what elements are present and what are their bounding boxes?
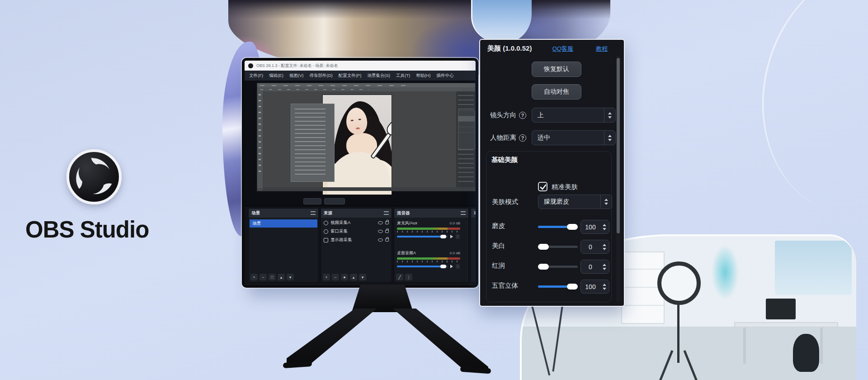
editor-statusbar	[263, 187, 476, 191]
dock-menu-icon[interactable]	[311, 211, 316, 215]
stepper-arrows-icon[interactable]	[600, 240, 609, 253]
menu-help[interactable]: 帮助(H)	[416, 73, 430, 79]
menu-docks[interactable]: 停靠部件(D)	[309, 73, 332, 79]
scenes-dock-title: 场景	[251, 210, 260, 216]
obs-titlebar: OBS 29.1.3 - 配置文件: 未命名 - 场景: 未命名	[245, 61, 476, 71]
slider-handle[interactable]	[567, 224, 578, 230]
ring-light-leg	[684, 350, 699, 380]
facial-3d-slider[interactable]	[538, 284, 578, 290]
stepper-arrows-icon[interactable]	[600, 280, 609, 293]
whitening-value-stepper[interactable]: 0	[580, 240, 609, 254]
camera-direction-select[interactable]: 上	[532, 108, 616, 123]
panel-scrollbar-thumb[interactable]	[617, 58, 620, 233]
scene-filters-button[interactable]: □	[269, 274, 276, 280]
preview-toggle-chip[interactable]	[324, 198, 345, 204]
source-item[interactable]: 显示器采集	[321, 236, 392, 244]
lock-icon[interactable]	[385, 238, 389, 242]
sources-dock: 来源 视频采集A 窗口采集	[321, 208, 392, 283]
lock-icon[interactable]	[385, 221, 389, 224]
slider-handle[interactable]	[538, 244, 549, 250]
add-scene-button[interactable]: +	[250, 274, 258, 280]
rosy-value-stepper[interactable]: 0	[580, 260, 609, 274]
dock-menu-icon[interactable]	[461, 211, 466, 215]
display-capture-icon	[324, 238, 328, 242]
menu-edit[interactable]: 编辑(E)	[269, 73, 283, 79]
rosy-slider[interactable]	[538, 264, 578, 270]
speaker-icon[interactable]	[450, 265, 455, 268]
qq-support-link[interactable]: QQ客服	[552, 45, 573, 53]
menu-profile[interactable]: 配置文件(P)	[339, 73, 362, 79]
source-properties-button[interactable]: ●	[341, 274, 348, 280]
obs-window: OBS 29.1.3 - 配置文件: 未命名 - 场景: 未命名 文件(F) 编…	[245, 61, 476, 285]
source-item[interactable]: 窗口采集	[321, 227, 392, 236]
help-icon[interactable]: ?	[519, 134, 526, 142]
precise-skin-checkbox[interactable]	[538, 182, 547, 191]
mixer-more-button[interactable]: ⋮	[405, 274, 412, 280]
spinner-arrows-icon[interactable]	[604, 108, 615, 122]
promo-canvas: OBS Studio OBS 29.1.3 - 配置文件: 未命名 - 场景: …	[0, 0, 868, 380]
tutorial-link[interactable]: 教程	[596, 45, 608, 53]
photo-editor-capture	[257, 83, 476, 191]
paintbrush-handle	[370, 133, 392, 159]
menu-file[interactable]: 文件(F)	[249, 73, 263, 79]
spinner-arrows-icon[interactable]	[600, 195, 612, 209]
menu-view[interactable]: 视图(V)	[289, 73, 304, 79]
remove-source-button[interactable]: −	[332, 274, 339, 280]
volume-meter	[397, 257, 460, 260]
editor-options-bar	[257, 87, 475, 91]
skin-mode-select[interactable]: 朦胧磨皮	[538, 195, 612, 209]
smoothing-slider[interactable]	[538, 224, 578, 230]
visibility-eye-icon[interactable]	[378, 238, 383, 242]
source-down-button[interactable]: ▾	[359, 274, 366, 280]
menu-tools[interactable]: 工具(T)	[396, 73, 410, 79]
slider-handle[interactable]	[538, 264, 549, 270]
add-source-button[interactable]: +	[323, 274, 330, 280]
studio-desk-leg	[743, 328, 746, 364]
person-distance-select[interactable]: 适中	[532, 130, 616, 145]
mixer-edit-button[interactable]: ╱	[396, 274, 403, 280]
ring-light-stand	[677, 304, 679, 363]
panel-scrollbar[interactable]	[616, 55, 620, 302]
menu-plugin-center[interactable]: 插件中心	[436, 73, 453, 79]
volume-slider-handle[interactable]	[440, 265, 446, 268]
scene-down-button[interactable]: ▾	[287, 274, 294, 280]
spinner-arrows-icon[interactable]	[604, 131, 615, 145]
skin-mode-label: 美肤模式	[492, 198, 518, 206]
channel-options-button[interactable]: ⋮	[456, 234, 460, 239]
speaker-icon[interactable]	[450, 235, 455, 238]
lock-icon[interactable]	[385, 230, 389, 233]
portrait-eye	[359, 119, 361, 120]
source-item[interactable]: 视频采集A	[321, 218, 392, 227]
whitening-value: 0	[581, 243, 600, 251]
volume-slider-handle[interactable]	[440, 235, 446, 238]
channel-options-button[interactable]: ⋮	[456, 264, 460, 269]
dock-menu-icon[interactable]	[384, 211, 389, 215]
whitening-slider[interactable]	[538, 244, 578, 250]
remove-scene-button[interactable]: −	[259, 274, 267, 280]
smoothing-value-stepper[interactable]: 100	[580, 220, 609, 234]
smoothing-label: 磨皮	[492, 222, 505, 230]
camera-direction-value: 上	[532, 111, 604, 119]
monitor-stand	[280, 285, 493, 371]
skin-mode-row-label: 美肤模式	[492, 198, 518, 206]
visibility-eye-icon[interactable]	[378, 230, 383, 233]
visibility-eye-icon[interactable]	[378, 221, 383, 224]
scene-up-button[interactable]: ▴	[278, 274, 285, 280]
source-up-button[interactable]: ▴	[350, 274, 357, 280]
slider-handle[interactable]	[567, 284, 578, 290]
preview-toggle-chip[interactable]	[303, 198, 321, 204]
facial-3d-value-stepper[interactable]: 100	[580, 280, 609, 294]
autofocus-button[interactable]: 自动对焦	[532, 84, 581, 100]
scene-item-selected[interactable]: 场景	[250, 219, 317, 228]
restore-defaults-button[interactable]: 恢复默认	[532, 62, 581, 77]
menu-scene-collection[interactable]: 场景集合(S)	[367, 73, 390, 79]
help-icon[interactable]: ?	[519, 112, 526, 119]
volume-slider[interactable]: ⋮	[397, 234, 460, 239]
stepper-arrows-icon[interactable]	[600, 260, 609, 273]
person-distance-row-label: 人物距离 ?	[490, 133, 526, 142]
editor-toolbar	[257, 91, 263, 188]
camera-direction-label: 镜头方向	[490, 111, 516, 119]
stepper-arrows-icon[interactable]	[600, 220, 609, 233]
volume-slider[interactable]: ⋮	[397, 264, 460, 269]
source-name: 窗口采集	[330, 228, 376, 234]
